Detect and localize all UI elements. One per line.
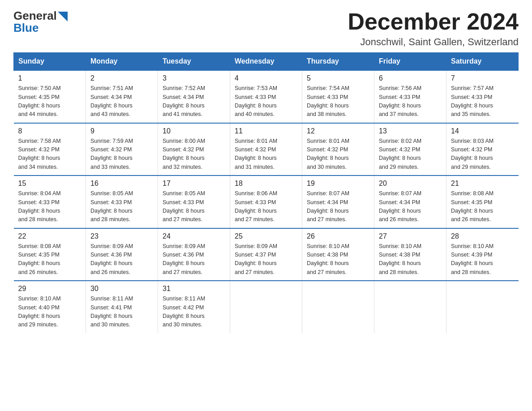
day-number: 6	[379, 74, 442, 82]
day-number: 3	[163, 74, 225, 82]
table-row: 27Sunrise: 8:10 AMSunset: 4:38 PMDayligh…	[374, 228, 446, 281]
table-row: 11Sunrise: 8:01 AMSunset: 4:32 PMDayligh…	[230, 123, 302, 176]
day-info: Sunrise: 8:01 AMSunset: 4:32 PMDaylight:…	[235, 137, 297, 172]
location-subtitle: Jonschwil, Saint Gallen, Switzerland	[348, 36, 519, 48]
day-number: 4	[235, 74, 297, 82]
table-row: 30Sunrise: 8:11 AMSunset: 4:41 PMDayligh…	[86, 281, 158, 333]
calendar-header-row: Sunday Monday Tuesday Wednesday Thursday…	[14, 53, 519, 71]
header-friday: Friday	[374, 53, 446, 71]
table-row: 16Sunrise: 8:05 AMSunset: 4:33 PMDayligh…	[86, 176, 158, 228]
day-number: 22	[18, 232, 82, 240]
day-number: 24	[163, 232, 225, 240]
title-section: December 2024 Jonschwil, Saint Gallen, S…	[348, 9, 519, 48]
day-info: Sunrise: 8:00 AMSunset: 4:32 PMDaylight:…	[163, 137, 225, 172]
day-info: Sunrise: 8:09 AMSunset: 4:36 PMDaylight:…	[163, 242, 225, 277]
day-info: Sunrise: 8:04 AMSunset: 4:33 PMDaylight:…	[18, 189, 82, 224]
day-number: 14	[451, 127, 514, 135]
table-row	[446, 281, 519, 333]
table-row: 2Sunrise: 7:51 AMSunset: 4:34 PMDaylight…	[86, 70, 158, 123]
header-wednesday: Wednesday	[230, 53, 302, 71]
table-row: 8Sunrise: 7:58 AMSunset: 4:32 PMDaylight…	[14, 123, 86, 176]
day-info: Sunrise: 8:05 AMSunset: 4:33 PMDaylight:…	[163, 189, 225, 224]
day-info: Sunrise: 7:54 AMSunset: 4:33 PMDaylight:…	[307, 84, 369, 119]
day-info: Sunrise: 7:52 AMSunset: 4:34 PMDaylight:…	[163, 84, 225, 119]
day-info: Sunrise: 7:53 AMSunset: 4:33 PMDaylight:…	[235, 84, 297, 119]
day-info: Sunrise: 8:06 AMSunset: 4:33 PMDaylight:…	[235, 189, 297, 224]
calendar-table: Sunday Monday Tuesday Wednesday Thursday…	[13, 52, 519, 333]
day-number: 16	[90, 180, 153, 188]
header-saturday: Saturday	[446, 53, 519, 71]
table-row: 19Sunrise: 8:07 AMSunset: 4:34 PMDayligh…	[302, 176, 374, 228]
day-number: 26	[307, 232, 369, 240]
day-info: Sunrise: 8:01 AMSunset: 4:32 PMDaylight:…	[307, 137, 369, 172]
svg-marker-0	[58, 12, 68, 21]
day-info: Sunrise: 7:56 AMSunset: 4:33 PMDaylight:…	[379, 84, 442, 119]
day-info: Sunrise: 8:07 AMSunset: 4:34 PMDaylight:…	[379, 189, 442, 224]
day-number: 7	[451, 74, 514, 82]
table-row: 3Sunrise: 7:52 AMSunset: 4:34 PMDaylight…	[158, 70, 230, 123]
table-row: 10Sunrise: 8:00 AMSunset: 4:32 PMDayligh…	[158, 123, 230, 176]
day-info: Sunrise: 8:11 AMSunset: 4:42 PMDaylight:…	[163, 295, 225, 330]
day-number: 15	[18, 180, 82, 188]
table-row: 4Sunrise: 7:53 AMSunset: 4:33 PMDaylight…	[230, 70, 302, 123]
header-sunday: Sunday	[14, 53, 86, 71]
day-info: Sunrise: 8:10 AMSunset: 4:38 PMDaylight:…	[379, 242, 442, 277]
logo: General Blue	[13, 9, 68, 35]
logo-blue-text: Blue	[13, 21, 39, 35]
day-info: Sunrise: 7:57 AMSunset: 4:33 PMDaylight:…	[451, 84, 514, 119]
table-row: 26Sunrise: 8:10 AMSunset: 4:38 PMDayligh…	[302, 228, 374, 281]
day-number: 8	[18, 127, 82, 135]
table-row: 23Sunrise: 8:09 AMSunset: 4:36 PMDayligh…	[86, 228, 158, 281]
day-number: 10	[163, 127, 225, 135]
page-header: General Blue December 2024 Jonschwil, Sa…	[13, 9, 519, 48]
day-number: 13	[379, 127, 442, 135]
day-info: Sunrise: 7:58 AMSunset: 4:32 PMDaylight:…	[18, 137, 82, 172]
day-info: Sunrise: 8:02 AMSunset: 4:32 PMDaylight:…	[379, 137, 442, 172]
day-info: Sunrise: 7:50 AMSunset: 4:35 PMDaylight:…	[18, 84, 82, 119]
table-row: 28Sunrise: 8:10 AMSunset: 4:39 PMDayligh…	[446, 228, 519, 281]
calendar-week-row: 22Sunrise: 8:08 AMSunset: 4:35 PMDayligh…	[14, 228, 519, 281]
table-row: 1Sunrise: 7:50 AMSunset: 4:35 PMDaylight…	[14, 70, 86, 123]
day-info: Sunrise: 8:09 AMSunset: 4:37 PMDaylight:…	[235, 242, 297, 277]
day-info: Sunrise: 8:10 AMSunset: 4:39 PMDaylight:…	[451, 242, 514, 277]
table-row: 14Sunrise: 8:03 AMSunset: 4:32 PMDayligh…	[446, 123, 519, 176]
table-row: 29Sunrise: 8:10 AMSunset: 4:40 PMDayligh…	[14, 281, 86, 333]
day-info: Sunrise: 8:10 AMSunset: 4:38 PMDaylight:…	[307, 242, 369, 277]
calendar-week-row: 15Sunrise: 8:04 AMSunset: 4:33 PMDayligh…	[14, 176, 519, 228]
table-row: 24Sunrise: 8:09 AMSunset: 4:36 PMDayligh…	[158, 228, 230, 281]
day-number: 18	[235, 180, 297, 188]
table-row: 17Sunrise: 8:05 AMSunset: 4:33 PMDayligh…	[158, 176, 230, 228]
day-info: Sunrise: 8:10 AMSunset: 4:40 PMDaylight:…	[18, 295, 82, 330]
day-info: Sunrise: 7:59 AMSunset: 4:32 PMDaylight:…	[90, 137, 153, 172]
day-info: Sunrise: 8:11 AMSunset: 4:41 PMDaylight:…	[90, 295, 153, 330]
day-info: Sunrise: 8:05 AMSunset: 4:33 PMDaylight:…	[90, 189, 153, 224]
table-row: 13Sunrise: 8:02 AMSunset: 4:32 PMDayligh…	[374, 123, 446, 176]
day-number: 28	[451, 232, 514, 240]
day-info: Sunrise: 8:08 AMSunset: 4:35 PMDaylight:…	[451, 189, 514, 224]
calendar-week-row: 1Sunrise: 7:50 AMSunset: 4:35 PMDaylight…	[14, 70, 519, 123]
table-row: 12Sunrise: 8:01 AMSunset: 4:32 PMDayligh…	[302, 123, 374, 176]
day-number: 21	[451, 180, 514, 188]
table-row: 5Sunrise: 7:54 AMSunset: 4:33 PMDaylight…	[302, 70, 374, 123]
calendar-week-row: 29Sunrise: 8:10 AMSunset: 4:40 PMDayligh…	[14, 281, 519, 333]
table-row: 18Sunrise: 8:06 AMSunset: 4:33 PMDayligh…	[230, 176, 302, 228]
logo-triangle-icon	[58, 12, 68, 21]
table-row	[230, 281, 302, 333]
table-row: 25Sunrise: 8:09 AMSunset: 4:37 PMDayligh…	[230, 228, 302, 281]
table-row: 22Sunrise: 8:08 AMSunset: 4:35 PMDayligh…	[14, 228, 86, 281]
day-number: 11	[235, 127, 297, 135]
day-number: 12	[307, 127, 369, 135]
table-row: 9Sunrise: 7:59 AMSunset: 4:32 PMDaylight…	[86, 123, 158, 176]
day-number: 9	[90, 127, 153, 135]
table-row	[374, 281, 446, 333]
day-number: 1	[18, 74, 82, 82]
day-info: Sunrise: 8:09 AMSunset: 4:36 PMDaylight:…	[90, 242, 153, 277]
day-number: 25	[235, 232, 297, 240]
day-info: Sunrise: 8:07 AMSunset: 4:34 PMDaylight:…	[307, 189, 369, 224]
day-number: 20	[379, 180, 442, 188]
day-number: 30	[90, 285, 153, 293]
day-info: Sunrise: 8:08 AMSunset: 4:35 PMDaylight:…	[18, 242, 82, 277]
day-number: 2	[90, 74, 153, 82]
day-info: Sunrise: 8:03 AMSunset: 4:32 PMDaylight:…	[451, 137, 514, 172]
day-number: 5	[307, 74, 369, 82]
